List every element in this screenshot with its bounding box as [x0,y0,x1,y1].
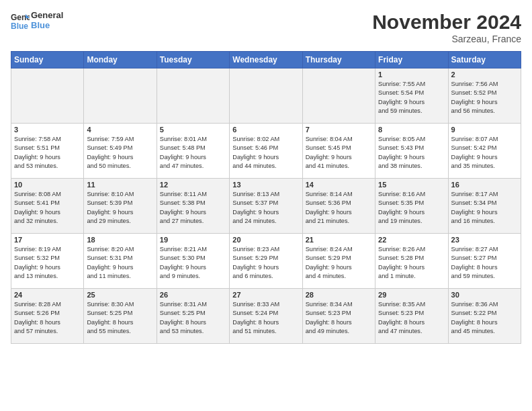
day-info: Sunrise: 7:56 AM Sunset: 5:52 PM Dayligh… [451,80,518,116]
calendar-cell: 11Sunrise: 8:10 AM Sunset: 5:39 PM Dayli… [84,179,157,234]
day-number: 1 [378,71,445,79]
calendar-cell: 9Sunrise: 8:07 AM Sunset: 5:42 PM Daylig… [448,124,521,179]
day-number: 7 [306,126,372,134]
calendar-cell: 30Sunrise: 8:36 AM Sunset: 5:22 PM Dayli… [448,289,521,344]
calendar-cell: 25Sunrise: 8:30 AM Sunset: 5:25 PM Dayli… [84,289,157,344]
week-row-2: 10Sunrise: 8:08 AM Sunset: 5:41 PM Dayli… [11,179,521,234]
calendar-cell: 12Sunrise: 8:11 AM Sunset: 5:38 PM Dayli… [157,179,229,234]
day-number: 17 [14,236,81,244]
day-info: Sunrise: 8:34 AM Sunset: 5:23 PM Dayligh… [306,300,372,336]
title-block: November 2024 Sarzeau, France [372,11,521,44]
day-info: Sunrise: 8:02 AM Sunset: 5:46 PM Dayligh… [232,135,299,171]
calendar-cell [302,68,375,124]
calendar-cell: 8Sunrise: 8:05 AM Sunset: 5:43 PM Daylig… [375,124,448,179]
calendar-cell: 22Sunrise: 8:26 AM Sunset: 5:28 PM Dayli… [375,234,448,289]
day-number: 2 [451,71,518,79]
day-info: Sunrise: 7:55 AM Sunset: 5:54 PM Dayligh… [378,80,445,116]
calendar-cell: 24Sunrise: 8:28 AM Sunset: 5:26 PM Dayli… [11,289,84,344]
day-number: 16 [451,181,518,189]
day-info: Sunrise: 8:14 AM Sunset: 5:36 PM Dayligh… [306,190,372,226]
day-info: Sunrise: 8:35 AM Sunset: 5:23 PM Dayligh… [378,300,445,336]
day-info: Sunrise: 8:08 AM Sunset: 5:41 PM Dayligh… [14,190,81,226]
day-info: Sunrise: 8:36 AM Sunset: 5:22 PM Dayligh… [451,300,518,336]
day-info: Sunrise: 8:21 AM Sunset: 5:30 PM Dayligh… [160,245,226,281]
day-info: Sunrise: 8:11 AM Sunset: 5:38 PM Dayligh… [160,190,226,226]
day-info: Sunrise: 8:24 AM Sunset: 5:29 PM Dayligh… [306,245,372,281]
day-number: 13 [232,181,299,189]
logo-icon: General Blue [11,11,30,30]
week-row-1: 3Sunrise: 7:58 AM Sunset: 5:51 PM Daylig… [11,124,521,179]
day-info: Sunrise: 7:58 AM Sunset: 5:51 PM Dayligh… [14,135,81,171]
day-info: Sunrise: 8:19 AM Sunset: 5:32 PM Dayligh… [14,245,81,281]
day-info: Sunrise: 7:59 AM Sunset: 5:49 PM Dayligh… [87,135,153,171]
day-number: 20 [232,236,299,244]
header-thursday: Thursday [302,52,375,68]
calendar-cell: 20Sunrise: 8:23 AM Sunset: 5:29 PM Dayli… [230,234,302,289]
day-number: 23 [451,236,518,244]
calendar-cell: 17Sunrise: 8:19 AM Sunset: 5:32 PM Dayli… [11,234,84,289]
week-row-4: 24Sunrise: 8:28 AM Sunset: 5:26 PM Dayli… [11,289,521,344]
day-info: Sunrise: 8:17 AM Sunset: 5:34 PM Dayligh… [451,190,518,226]
day-number: 28 [306,291,372,299]
day-info: Sunrise: 8:01 AM Sunset: 5:48 PM Dayligh… [160,135,226,171]
week-row-0: 1Sunrise: 7:55 AM Sunset: 5:54 PM Daylig… [11,68,521,124]
day-info: Sunrise: 8:27 AM Sunset: 5:27 PM Dayligh… [451,245,518,281]
logo-general: General [31,11,63,21]
week-row-3: 17Sunrise: 8:19 AM Sunset: 5:32 PM Dayli… [11,234,521,289]
day-number: 22 [378,236,445,244]
calendar-cell: 14Sunrise: 8:14 AM Sunset: 5:36 PM Dayli… [302,179,375,234]
day-number: 30 [451,291,518,299]
calendar-cell: 29Sunrise: 8:35 AM Sunset: 5:23 PM Dayli… [375,289,448,344]
calendar-cell: 6Sunrise: 8:02 AM Sunset: 5:46 PM Daylig… [230,124,302,179]
day-number: 15 [378,181,445,189]
calendar-cell [157,68,229,124]
page: General Blue General Blue November 2024 … [0,0,532,411]
day-info: Sunrise: 8:13 AM Sunset: 5:37 PM Dayligh… [232,190,299,226]
header-wednesday: Wednesday [230,52,302,68]
day-number: 8 [378,126,445,134]
calendar-cell: 1Sunrise: 7:55 AM Sunset: 5:54 PM Daylig… [375,68,448,124]
subtitle: Sarzeau, France [372,34,521,44]
header-tuesday: Tuesday [157,52,229,68]
day-number: 18 [87,236,153,244]
day-info: Sunrise: 8:30 AM Sunset: 5:25 PM Dayligh… [87,300,153,336]
day-info: Sunrise: 8:20 AM Sunset: 5:31 PM Dayligh… [87,245,153,281]
calendar-cell: 10Sunrise: 8:08 AM Sunset: 5:41 PM Dayli… [11,179,84,234]
calendar-cell: 26Sunrise: 8:31 AM Sunset: 5:25 PM Dayli… [157,289,229,344]
day-number: 5 [160,126,226,134]
calendar-cell: 18Sunrise: 8:20 AM Sunset: 5:31 PM Dayli… [84,234,157,289]
day-number: 25 [87,291,153,299]
header-row: SundayMondayTuesdayWednesdayThursdayFrid… [11,52,521,68]
header-monday: Monday [84,52,157,68]
day-info: Sunrise: 8:10 AM Sunset: 5:39 PM Dayligh… [87,190,153,226]
calendar-cell [84,68,157,124]
calendar-cell: 21Sunrise: 8:24 AM Sunset: 5:29 PM Dayli… [302,234,375,289]
day-info: Sunrise: 8:31 AM Sunset: 5:25 PM Dayligh… [160,300,226,336]
day-number: 10 [14,181,81,189]
header: General Blue General Blue November 2024 … [11,11,521,44]
calendar-cell: 13Sunrise: 8:13 AM Sunset: 5:37 PM Dayli… [230,179,302,234]
calendar-cell [11,68,84,124]
day-number: 4 [87,126,153,134]
header-saturday: Saturday [448,52,521,68]
month-title: November 2024 [372,11,521,34]
day-number: 9 [451,126,518,134]
day-info: Sunrise: 8:16 AM Sunset: 5:35 PM Dayligh… [378,190,445,226]
day-number: 12 [160,181,226,189]
calendar-cell: 4Sunrise: 7:59 AM Sunset: 5:49 PM Daylig… [84,124,157,179]
day-number: 14 [306,181,372,189]
calendar-cell: 16Sunrise: 8:17 AM Sunset: 5:34 PM Dayli… [448,179,521,234]
header-sunday: Sunday [11,52,84,68]
day-number: 26 [160,291,226,299]
day-number: 21 [306,236,372,244]
day-number: 24 [14,291,81,299]
day-info: Sunrise: 8:28 AM Sunset: 5:26 PM Dayligh… [14,300,81,336]
day-info: Sunrise: 8:07 AM Sunset: 5:42 PM Dayligh… [451,135,518,171]
day-number: 29 [378,291,445,299]
day-number: 19 [160,236,226,244]
calendar-cell: 15Sunrise: 8:16 AM Sunset: 5:35 PM Dayli… [375,179,448,234]
svg-text:Blue: Blue [11,21,28,30]
header-friday: Friday [375,52,448,68]
calendar-cell: 2Sunrise: 7:56 AM Sunset: 5:52 PM Daylig… [448,68,521,124]
calendar-cell [230,68,302,124]
